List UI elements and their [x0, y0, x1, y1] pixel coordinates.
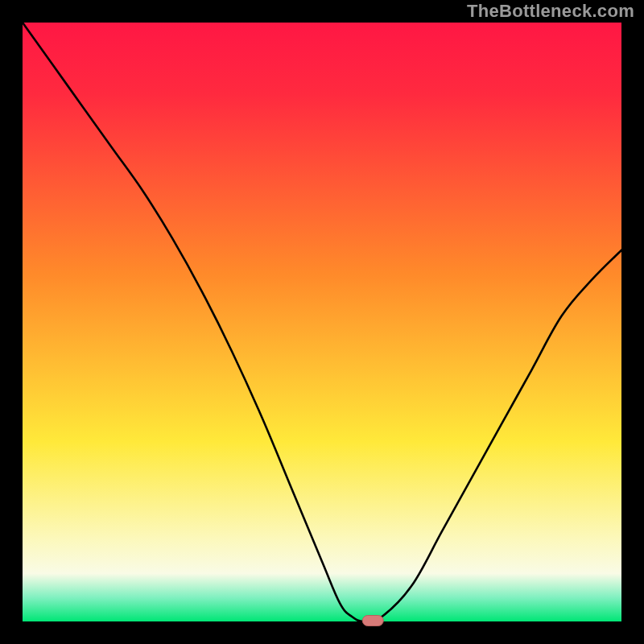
optimal-marker — [362, 616, 383, 626]
watermark-text: TheBottleneck.com — [467, 1, 634, 22]
plot-background — [23, 23, 621, 621]
bottleneck-chart — [0, 0, 644, 644]
chart-frame: { "watermark": "TheBottleneck.com", "col… — [0, 0, 644, 644]
